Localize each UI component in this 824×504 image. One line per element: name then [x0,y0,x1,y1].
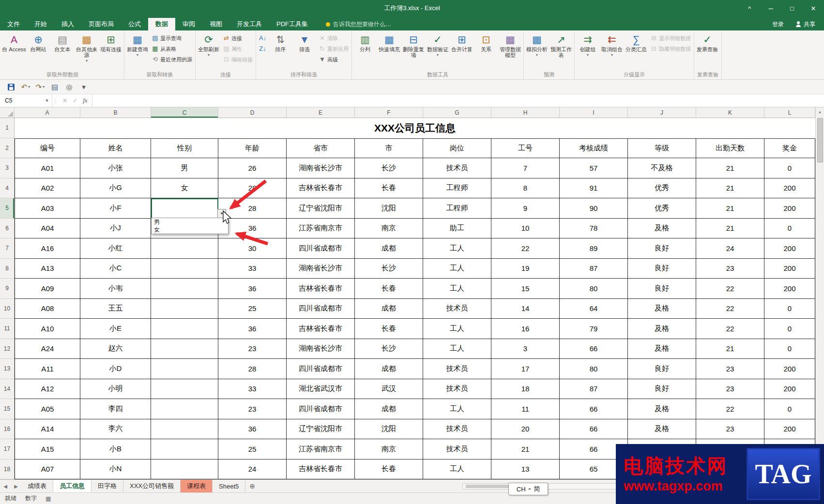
cell-G11[interactable]: 工人 [423,319,491,339]
column-header-K[interactable]: K [696,107,764,118]
cell-B3[interactable]: 小张 [80,158,151,178]
ribbon-tab-文件[interactable]: 文件 [0,18,27,30]
login-button[interactable]: 登录 [772,20,784,29]
cell-B4[interactable]: 小G [80,178,151,199]
share-button[interactable]: 共享 [795,20,815,29]
cell-D2[interactable]: 年龄 [218,138,287,159]
cell-A13[interactable]: A11 [15,359,80,379]
cell-K9[interactable]: 22 [696,279,764,299]
cell-I9[interactable]: 80 [560,279,628,299]
cell-I10[interactable]: 64 [560,299,628,319]
ribbon-button-text-to-columns[interactable]: ▥分列 [353,31,377,71]
ribbon-button-refresh-all[interactable]: ⟳全部刷新▾ [197,31,221,71]
cell-F13[interactable]: 成都 [355,359,423,379]
cell-E8[interactable]: 湖南省长沙市 [287,259,355,279]
cell-F17[interactable]: 南京 [355,439,423,460]
cell-A9[interactable]: A09 [15,279,80,299]
ribbon-button-data-validation[interactable]: ✓数据验证▾ [426,31,450,71]
ribbon-button-consolidate[interactable]: ⊞合并计算 [450,31,474,71]
ribbon-display-options-icon[interactable]: ^ [739,0,760,16]
cell-L14[interactable]: 200 [764,379,815,400]
cell-B18[interactable]: 小N [80,460,151,480]
cell-H8[interactable]: 19 [491,259,560,279]
cell-B7[interactable]: 小红 [80,238,151,259]
row-header-4[interactable]: 4 [0,178,15,199]
cell-D6[interactable]: 36 [218,219,287,239]
cell-L9[interactable]: 200 [764,279,815,299]
ribbon-tab-开发工具[interactable]: 开发工具 [229,18,269,30]
cell-B12[interactable]: 赵六 [80,339,151,359]
cell-D3[interactable]: 26 [218,158,287,178]
cell-E16[interactable]: 辽宁省沈阳市 [287,419,355,440]
cell-J13[interactable]: 良好 [628,359,696,379]
cell-J11[interactable]: 及格 [628,319,696,339]
cell-C7[interactable] [151,238,218,259]
cell-D11[interactable]: 36 [218,319,287,339]
ribbon-button-subtotal[interactable]: ∑分类汇总 [624,31,648,71]
minimize-icon[interactable]: ─ [760,0,781,16]
cell-K10[interactable]: 22 [696,299,764,319]
cell-I15[interactable]: 66 [560,399,628,419]
ribbon-tab-页面布局[interactable]: 页面布局 [81,18,121,30]
ribbon-button-reapply[interactable]: ↻重新应用 [317,44,351,54]
cell-C16[interactable] [151,419,218,440]
ribbon-button-hide-detail[interactable]: ⊟隐藏明细数据 [648,44,693,54]
cell-G4[interactable]: 工程师 [423,178,491,199]
cell-J9[interactable]: 良好 [628,279,696,299]
cell-H11[interactable]: 16 [491,319,560,339]
dropdown-option-男[interactable]: 男 [152,218,228,226]
column-header-C[interactable]: C [151,107,218,118]
column-header-A[interactable]: A [15,107,80,118]
ribbon-button-sort-asc[interactable]: A↓ [257,33,268,44]
vertical-scrollbar[interactable]: ▲ ▼ [815,107,824,479]
cell-A2[interactable]: 编号 [15,138,80,159]
cell-H5[interactable]: 9 [491,198,560,219]
formula-input[interactable] [92,94,824,107]
cell-K13[interactable]: 23 [696,359,764,379]
cell-G5[interactable]: 工程师 [423,198,491,219]
cell-G18[interactable]: 工人 [423,460,491,480]
ribbon-button-properties[interactable]: ▤属性 [221,44,255,54]
cell-E9[interactable]: 吉林省长春市 [287,279,355,299]
cell-A7[interactable]: A16 [15,238,80,259]
cell-L16[interactable]: 200 [764,419,815,440]
cell-A17[interactable]: A15 [15,439,80,460]
cell-D16[interactable]: 36 [218,419,287,440]
row-header-15[interactable]: 15 [0,399,15,419]
cell-I3[interactable]: 57 [560,158,628,178]
cell-G15[interactable]: 工人 [423,399,491,419]
cell-A3[interactable]: A01 [15,158,80,178]
cell-L12[interactable]: 0 [764,339,815,359]
cell-L15[interactable]: 0 [764,399,815,419]
print-button[interactable]: ▤ [48,81,61,93]
enter-icon[interactable]: ✓ [73,97,77,104]
cell-F15[interactable]: 成都 [355,399,423,419]
column-header-F[interactable]: F [355,107,423,118]
row-header-13[interactable]: 13 [0,359,15,379]
cell-I12[interactable]: 66 [560,339,628,359]
cell-I11[interactable]: 79 [560,319,628,339]
cell-D17[interactable]: 25 [218,439,287,460]
cell-K11[interactable]: 22 [696,319,764,339]
cell-C10[interactable] [151,299,218,319]
cell-A15[interactable]: A05 [15,399,80,419]
cell-F11[interactable]: 长春 [355,319,423,339]
column-header-I[interactable]: I [560,107,628,118]
ribbon-button-recent-sources[interactable]: ⟲最近使用的源 [150,54,194,65]
cell-D7[interactable]: 30 [218,238,287,259]
cell-G12[interactable]: 工人 [423,339,491,359]
ribbon-button-invoice-check[interactable]: ✓发票查验 [695,31,719,71]
select-all-corner[interactable] [0,107,15,118]
column-header-H[interactable]: H [491,107,560,118]
column-header-L[interactable]: L [764,107,815,118]
cell-H9[interactable]: 15 [491,279,560,299]
row-header-5[interactable]: 5 [0,198,15,219]
cell-B10[interactable]: 王五 [80,299,151,319]
cell-F5[interactable]: 沈阳 [355,198,423,219]
ribbon-button-forecast[interactable]: ↗预测工作表 [549,31,573,71]
cell-D18[interactable]: 24 [218,460,287,480]
cell-A14[interactable]: A12 [15,379,80,400]
cell-L2[interactable]: 奖金 [764,138,815,159]
cell-H18[interactable]: 13 [491,460,560,480]
cell-F2[interactable]: 市 [355,138,423,159]
